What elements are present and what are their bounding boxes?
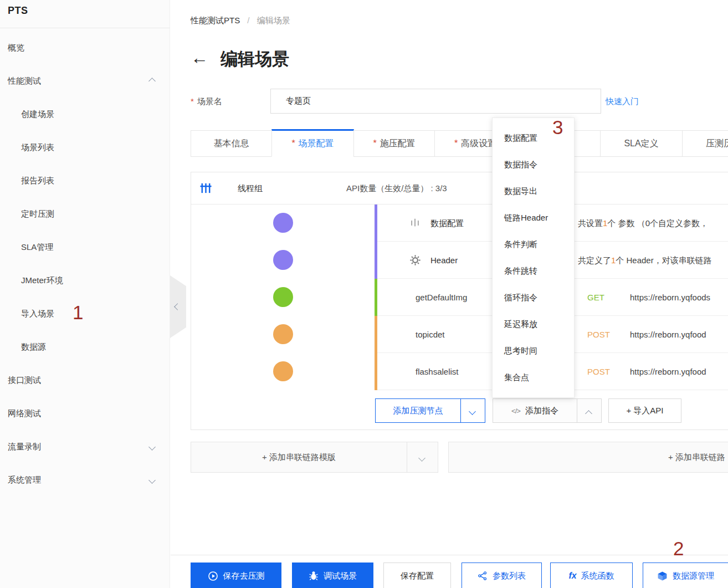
node-description: 共设置1个 参数 （0个自定义参数， [578,204,708,242]
chevron-down-icon [418,454,425,462]
node-row-header[interactable]: Header 共定义了1个 Header，对该串联链路 [191,242,728,279]
menu-item-data-instruction[interactable]: 数据指令 [493,151,574,178]
save-config-button[interactable]: 保存配置 [383,563,451,588]
http-method-badge: GET [587,279,604,316]
sidebar-item-report-list[interactable]: 报告列表 [0,164,170,197]
thread-group-title: 线程组 [238,172,263,204]
menu-item-data-export[interactable]: 数据导出 [493,178,574,204]
brand-logo: PTS [8,5,28,17]
required-mark: * [191,96,194,106]
quick-start-link[interactable]: 快速入门 [606,96,639,107]
add-instruction-button[interactable]: </>添加指令 [493,398,602,423]
system-function-button[interactable]: fx 系统函数 [550,563,633,588]
menu-item-think-time[interactable]: 思考时间 [493,338,574,364]
node-circle-orange[interactable] [273,361,293,381]
sidebar-item-performance-test[interactable]: 性能测试 [0,64,170,98]
save-and-test-button[interactable]: 保存去压测 [191,563,281,588]
sidebar-item-datasource[interactable]: 数据源 [0,330,170,364]
chevron-left-icon [174,303,181,310]
tab-bar: 基本信息 *场景配置 *施压配置 *高级设置 监控 SLA定义 压测历史 [191,129,728,157]
tab-scene-config[interactable]: *场景配置 [271,129,354,157]
param-list-button[interactable]: 参数列表 [462,563,542,588]
sidebar-item-label: 数据源 [21,342,46,351]
sidebar-item-system-management[interactable]: 系统管理 [0,463,170,497]
breadcrumb-separator: / [247,16,249,25]
sidebar-item-label: 流量录制 [8,442,41,451]
divider [0,28,170,28]
node-circle-purple[interactable] [273,250,293,270]
back-arrow-icon[interactable]: ← [191,49,208,67]
datasource-management-button[interactable]: 数据源管理 [643,563,728,588]
menu-item-condition-jump[interactable]: 条件跳转 [493,258,574,284]
breadcrumb-parent[interactable]: 性能测试PTS [191,16,240,25]
annotation-step-2: 2 [673,539,684,558]
tab-basic-info[interactable]: 基本信息 [191,130,272,157]
scene-name-input[interactable] [270,89,601,114]
menu-item-chain-header[interactable]: 链路Header [493,204,574,231]
divider [171,555,728,555]
chain-template-dropdown-toggle[interactable] [407,442,438,472]
tab-sla-definition[interactable]: SLA定义 [600,130,683,157]
sidebar-collapse-handle[interactable] [170,275,186,338]
http-method-badge: POST [587,316,610,353]
scene-name-label: *场景名 [191,96,222,107]
api-url: https://reborn.yqfoods [630,279,710,316]
cube-icon [657,571,668,581]
add-test-node-button[interactable]: 添加压测节点 [375,398,485,423]
tab-test-history[interactable]: 压测历史 [682,130,728,157]
node-row-api[interactable]: flashsalelist POST https://reborn.yqfood [191,353,728,390]
breadcrumb: 性能测试PTS / 编辑场景 [191,16,290,26]
sidebar-item-label: 网络测试 [8,408,41,418]
node-row-data-config[interactable]: 数据配置 共设置1个 参数 （0个自定义参数， [191,204,728,242]
tab-pressure-config[interactable]: *施压配置 [353,130,435,157]
node-row-api[interactable]: getDefaultImg GET https://reborn.yqfoods [191,279,728,316]
sidebar-item-scene-list[interactable]: 场景列表 [0,131,170,164]
node-circle-orange[interactable] [273,324,293,344]
chevron-up-icon [585,410,592,417]
add-chain-template-button[interactable]: + 添加串联链路模版 [191,442,438,473]
pts-edit-scene-page: PTS 概览 性能测试 创建场景 场景列表 报告列表 定时压测 SLA管理 JM… [0,0,728,588]
menu-item-rendezvous[interactable]: 集合点 [493,364,574,391]
node-row-api[interactable]: topicdet POST https://reborn.yqfood [191,316,728,353]
menu-item-condition-judge[interactable]: 条件判断 [493,231,574,258]
node-circle-green[interactable] [273,287,293,307]
sidebar-item-api-test[interactable]: 接口测试 [0,364,170,397]
sidebar-item-jmeter-env[interactable]: JMeter环境 [0,264,170,297]
sidebar-item-label: SLA管理 [21,242,53,252]
add-instruction-dropdown-toggle[interactable] [577,399,601,422]
sidebar-item-network-test[interactable]: 网络测试 [0,397,170,430]
api-url: https://reborn.yqfood [630,316,706,353]
api-name: flashsalelist [416,353,459,390]
add-chain-button[interactable]: + 添加串联链路 [448,442,728,473]
sidebar-item-import-scene[interactable]: 导入场景 [0,297,170,330]
http-method-badge: POST [587,353,610,390]
menu-item-loop-instruction[interactable]: 循环指令 [493,284,574,311]
sidebar-item-traffic-record[interactable]: 流量录制 [0,430,170,463]
annotation-step-3: 3 [552,117,563,137]
page-title: 编辑场景 [221,48,289,71]
required-mark: * [291,139,295,148]
node-list: 数据配置 共设置1个 参数 （0个自定义参数， [191,204,728,390]
sidebar-item-label: 性能测试 [8,76,41,85]
import-api-button[interactable]: + 导入API [608,398,681,423]
sidebar-item-label: 概览 [8,43,24,52]
sliders-icon [199,182,212,195]
debug-scene-button[interactable]: 调试场景 [292,563,373,588]
api-count-label: API数量（生效/总量） : 3/3 [346,172,447,204]
chevron-down-icon [148,443,156,451]
sidebar-item-sla-management[interactable]: SLA管理 [0,231,170,264]
sidebar-item-overview[interactable]: 概览 [0,31,170,64]
menu-item-delay-release[interactable]: 延迟释放 [493,311,574,338]
sidebar-item-label: 场景列表 [21,142,54,152]
sidebar-item-label: 系统管理 [8,475,41,484]
sidebar-item-label: JMeter环境 [21,275,63,285]
thread-group-header: 线程组 API数量（生效/总量） : 3/3 [191,172,728,204]
sidebar-item-label: 导入场景 [21,309,54,318]
gear-icon [409,254,421,266]
api-url: https://reborn.yqfood [630,353,706,390]
sidebar-item-scheduled-test[interactable]: 定时压测 [0,197,170,231]
sliders-icon [409,217,421,228]
add-node-dropdown-toggle[interactable] [460,399,485,422]
node-circle-purple[interactable] [273,213,293,233]
sidebar-item-create-scene[interactable]: 创建场景 [0,98,170,131]
